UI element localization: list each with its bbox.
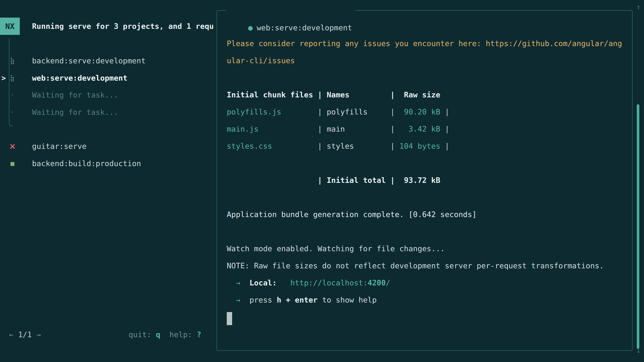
quit-key: q [156, 330, 160, 339]
cursor-line [227, 309, 632, 326]
table-pipe: | [386, 172, 399, 189]
press-text: press [250, 296, 277, 304]
warning-message: Please consider reporting any issues you… [227, 35, 623, 69]
table-pipe: | [386, 86, 399, 103]
table-total-row: |Initial total|93.72 kB [227, 172, 632, 189]
help-key: ? [197, 330, 201, 339]
table-row: polyfills.js|polyfills|90.20 kB| [227, 103, 632, 120]
scroll-down-icon[interactable]: ↓ [634, 346, 643, 356]
terminal-cursor [227, 312, 232, 325]
task-label: backend:build:production [32, 159, 141, 168]
table-pipe: | [313, 120, 327, 138]
blank-line [227, 69, 632, 86]
watch-mode-message: Watch mode enabled. Watching for file ch… [227, 240, 632, 257]
failed-cross-icon: × [8, 141, 17, 151]
running-bullet-icon: ● [248, 23, 252, 32]
table-pipe: | [313, 138, 327, 155]
table-header-row: Initial chunk files|Names|Raw size [227, 86, 632, 103]
terminal-title-text: web:serve:development [256, 23, 352, 32]
header-files: Initial chunk files [227, 86, 313, 103]
press-suffix: to show help [318, 296, 377, 304]
task-label: guitar:serve [32, 142, 86, 151]
help-hint-label: help: [170, 330, 197, 339]
table-pipe: | [313, 172, 327, 189]
chunk-name: main [327, 120, 386, 138]
table-pipe: | [313, 86, 327, 103]
spinner-icon: ⣷ [8, 57, 17, 64]
quit-hint-label: quit: [129, 330, 156, 339]
header-names: Names [327, 86, 386, 103]
page-prev-icon[interactable]: ← [9, 330, 14, 339]
total-label: Initial total [327, 172, 386, 189]
table-pipe: | [440, 120, 449, 138]
url-suffix: / [386, 278, 390, 287]
table-pipe: | [313, 103, 327, 120]
chunk-file: main.js [227, 120, 313, 138]
header-raw-size: Raw size [399, 86, 440, 103]
spinner-icon: ⣷ [8, 74, 17, 82]
task-row-guitar-serve[interactable]: × guitar:serve [0, 138, 215, 155]
chunk-file: polyfills.js [227, 103, 313, 120]
blank-line [227, 189, 632, 206]
task-row-waiting-1[interactable]: · Waiting for task... [0, 86, 215, 103]
scroll-up-icon[interactable]: ↑ [634, 2, 643, 12]
scrollbar-thumb[interactable] [637, 104, 639, 349]
sidebar: NX Running serve for 3 projects, and 1 r… [0, 0, 216, 362]
terminal-title: ●web:serve:development [226, 2, 356, 19]
page-next-icon[interactable]: → [36, 330, 41, 339]
bundle-complete-message: Application bundle generation complete. … [227, 206, 632, 223]
press-keys: h + enter [277, 296, 318, 304]
url-prefix: http://localhost: [290, 278, 368, 287]
chunk-name: styles [327, 138, 386, 155]
selected-caret-icon: > [1, 73, 8, 82]
task-row-backend-build[interactable]: ■ backend:build:production [0, 155, 215, 172]
arrow-icon: → [236, 292, 240, 309]
waiting-dot-icon: · [8, 108, 17, 117]
table-pipe: | [386, 120, 399, 138]
task-label: backend:serve:development [32, 56, 146, 65]
nx-logo: NX [0, 17, 20, 35]
arrow-icon: → [236, 274, 240, 292]
chunk-size: 3.42 kB [399, 120, 440, 138]
task-label: Waiting for task... [32, 108, 118, 117]
note-message: NOTE: Raw file sizes do not reflect deve… [227, 257, 632, 274]
sidebar-title: Running serve for 3 projects, and 1 requ [32, 17, 216, 35]
local-url-link[interactable]: http://localhost:4200/ [290, 278, 390, 287]
blank-line [227, 155, 632, 172]
chunk-file: styles.css [227, 138, 313, 155]
blank-line [227, 223, 632, 240]
chunk-name: polyfills [327, 103, 386, 120]
task-row-web-serve[interactable]: > ⣷ web:serve:development [0, 69, 215, 86]
url-port: 4200 [368, 278, 386, 287]
waiting-dot-icon: · [8, 90, 17, 99]
task-row-backend-serve[interactable]: ⣷ backend:serve:development [0, 52, 215, 69]
terminal-panel[interactable]: ●web:serve:development Please consider r… [216, 10, 632, 351]
task-label: web:serve:development [32, 73, 128, 82]
task-row-waiting-2[interactable]: · Waiting for task... [0, 104, 215, 121]
sidebar-bottom-bar: ← 1/1 → quit: q help: ? [9, 326, 201, 343]
table-row: main.js|main|3.42 kB| [227, 120, 632, 138]
terminal-output: Please consider reporting any issues you… [217, 11, 632, 326]
table-pipe: | [386, 138, 399, 155]
chunk-size: 90.20 kB [399, 103, 440, 120]
hint-gap [160, 330, 170, 339]
table-pipe: | [386, 103, 399, 120]
table-pipe: | [440, 103, 449, 120]
task-label: Waiting for task... [32, 90, 118, 99]
table-pipe: | [440, 138, 449, 155]
table-row: styles.css|styles|104 bytes| [227, 138, 632, 155]
pagination: ← 1/1 → [9, 330, 41, 339]
help-hint-line: →press h + enter to show help [227, 292, 632, 309]
success-square-icon: ■ [8, 161, 17, 166]
chunk-size: 104 bytes [399, 138, 440, 155]
keyboard-hints: quit: q help: ? [129, 330, 202, 339]
page-indicator: 1/1 [18, 330, 32, 339]
local-server-line: →Local:http://localhost:4200/ [227, 274, 632, 292]
total-size: 93.72 kB [399, 172, 440, 189]
local-label: Local: [250, 278, 277, 287]
